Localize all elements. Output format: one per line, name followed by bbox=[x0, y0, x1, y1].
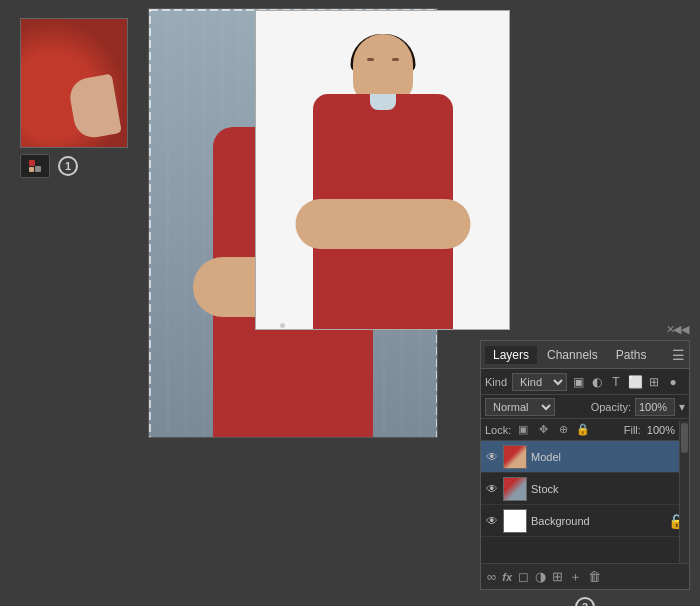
layer-icon-box[interactable] bbox=[20, 154, 50, 178]
layer-name-background: Background bbox=[531, 515, 664, 527]
layer-item-model[interactable]: 👁 Model bbox=[481, 441, 689, 473]
adjust-icon: ◐ bbox=[589, 374, 605, 390]
person-result bbox=[293, 29, 473, 329]
result-arms bbox=[295, 199, 470, 249]
lock-label: Lock: bbox=[485, 424, 511, 436]
kind-dropdown[interactable]: Kind bbox=[512, 373, 567, 391]
adjustment-icon[interactable]: ◑ bbox=[535, 569, 546, 584]
svg-rect-2 bbox=[29, 167, 34, 172]
visibility-eye-stock[interactable]: 👁 bbox=[485, 482, 499, 496]
layers-list: 👁 Model 👁 Stock 👁 Background 🔒 bbox=[481, 441, 689, 537]
thumb-content bbox=[21, 19, 127, 147]
fill-value[interactable]: 100% bbox=[647, 424, 675, 436]
canvas-area: 1 bbox=[0, 0, 700, 606]
lock-image-icon[interactable]: ✥ bbox=[535, 422, 551, 438]
thumbnail-panel: 1 bbox=[20, 18, 130, 178]
svg-rect-0 bbox=[29, 160, 35, 166]
lock-row: Lock: ▣ ✥ ⊕ 🔒 Fill: 100% ▾ bbox=[481, 419, 689, 441]
pixel-icon: ▣ bbox=[570, 374, 586, 390]
layer-thumbnail-model bbox=[503, 445, 527, 469]
smart-icon: ⊞ bbox=[646, 374, 662, 390]
layer-name-stock: Stock bbox=[531, 483, 685, 495]
dot-marker bbox=[280, 323, 285, 328]
mask-icon[interactable]: ◻ bbox=[518, 569, 529, 584]
shape-icon: ⬜ bbox=[627, 374, 643, 390]
lock-all-icon[interactable]: 🔒 bbox=[575, 422, 591, 438]
kind-label: Kind bbox=[485, 376, 507, 388]
opacity-label: Opacity: bbox=[591, 401, 631, 413]
blend-mode-dropdown[interactable]: Normal bbox=[485, 398, 555, 416]
layer-item-stock[interactable]: 👁 Stock bbox=[481, 473, 689, 505]
type-icon: T bbox=[608, 374, 624, 390]
tab-channels[interactable]: Channels bbox=[539, 346, 606, 364]
layer-thumbnail-background bbox=[503, 509, 527, 533]
result-eye-left bbox=[367, 58, 374, 61]
result-collar bbox=[370, 94, 396, 110]
link-icon[interactable]: ∞ bbox=[487, 569, 496, 584]
visibility-eye-model[interactable]: 👁 bbox=[485, 450, 499, 464]
fx-icon[interactable]: fx bbox=[502, 571, 512, 583]
panel-number-badge: 3 bbox=[575, 597, 595, 606]
trash-icon[interactable]: 🗑 bbox=[588, 569, 601, 584]
thumb-arm bbox=[67, 74, 122, 141]
layers-scroll-thumb[interactable] bbox=[681, 423, 688, 453]
layers-bottom-toolbar: ∞ fx ◻ ◑ ⊞ ＋ 🗑 bbox=[481, 563, 689, 589]
tab-layers[interactable]: Layers bbox=[485, 346, 537, 364]
layer-name-model: Model bbox=[531, 451, 685, 463]
panel-collapse-arrows[interactable]: ◀◀ bbox=[673, 323, 689, 336]
layer-item-background[interactable]: 👁 Background 🔒 bbox=[481, 505, 689, 537]
visibility-eye-background[interactable]: 👁 bbox=[485, 514, 499, 528]
thumbnail-icon-row: 1 bbox=[20, 154, 130, 178]
layers-panel: ◀◀ ✕ Layers Channels Paths ☰ Kind Kind ▣… bbox=[480, 340, 690, 590]
fill-label: Fill: bbox=[624, 424, 641, 436]
result-eye-right bbox=[392, 58, 399, 61]
dot-icon: ● bbox=[665, 374, 681, 390]
group-icon[interactable]: ⊞ bbox=[552, 569, 563, 584]
layers-scrollbar[interactable] bbox=[679, 421, 689, 563]
lock-transparent-icon[interactable]: ▣ bbox=[515, 422, 531, 438]
blend-opacity-row: Normal Opacity: 100% ▾ bbox=[481, 395, 689, 419]
layers-menu-icon[interactable]: ☰ bbox=[672, 347, 685, 363]
lock-position-icon[interactable]: ⊕ bbox=[555, 422, 571, 438]
thumbnail-number-badge: 1 bbox=[58, 156, 78, 176]
opacity-chevron: ▾ bbox=[679, 400, 685, 414]
svg-rect-1 bbox=[35, 166, 41, 172]
layers-header: Layers Channels Paths ☰ bbox=[481, 341, 689, 369]
tab-paths[interactable]: Paths bbox=[608, 346, 655, 364]
new-layer-icon[interactable]: ＋ bbox=[569, 568, 582, 586]
kind-toolbar: Kind Kind ▣ ◐ T ⬜ ⊞ ● bbox=[481, 369, 689, 395]
result-image bbox=[255, 10, 510, 330]
opacity-value[interactable]: 100% bbox=[635, 398, 675, 416]
panel-close[interactable]: ✕ bbox=[666, 323, 675, 336]
thumbnail-image bbox=[20, 18, 128, 148]
result-image-content bbox=[256, 11, 509, 329]
layer-thumbnail-stock bbox=[503, 477, 527, 501]
